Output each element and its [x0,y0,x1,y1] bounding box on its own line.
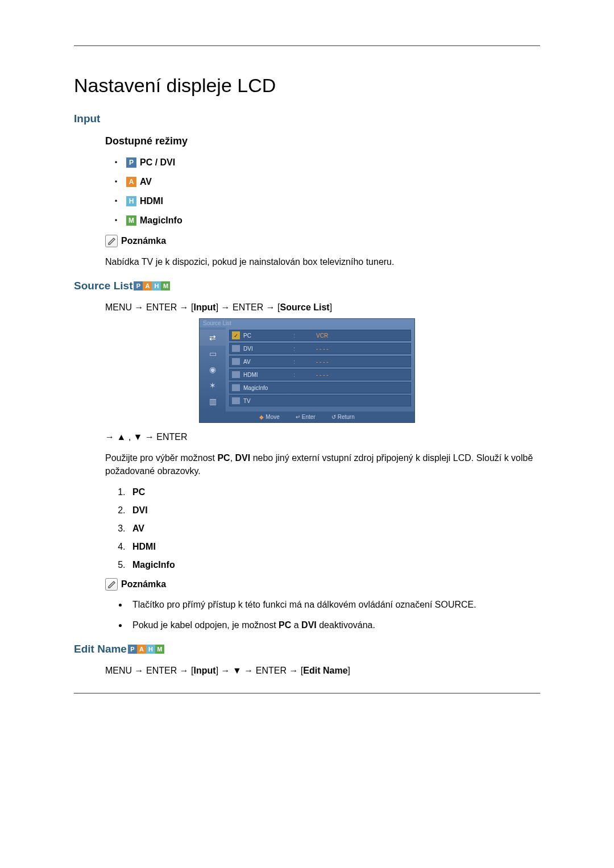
top-divider [74,45,540,46]
bullet: • [115,217,126,225]
list-item: HDMI [128,542,540,552]
bullet: • [115,178,126,186]
note-block-2: Poznámka [105,578,540,591]
osd-row-tv: TV [229,395,411,406]
mode-list: • P PC / DVI • A AV • H HDMI • M MagicIn… [115,157,540,226]
check-icon: ✓ [232,331,240,339]
osd-footer-enter: ↵Enter [296,414,316,420]
source-list-description: Použijte pro výběr možnost PC, DVI nebo … [105,451,540,477]
bullet: • [115,197,126,205]
osd-tab-picture: ▭ [200,346,226,362]
mode-item-av: • A AV [115,177,540,187]
edit-name-heading: Edit Name P A H M [74,643,540,655]
osd-footer: ◆Move ↵Enter ↺Return [200,412,414,422]
osd-sidebar: ⇄ ▭ ◉ ✶ ▥ [200,327,226,412]
m-icon: M [155,645,164,654]
h-icon: H [126,196,136,206]
row-box-icon [232,397,240,404]
row-box-icon [232,384,240,391]
input-heading: Input [74,113,540,125]
note-label-row: Poznámka [105,235,540,247]
m-icon: M [161,281,170,290]
osd-footer-move: ◆Move [259,414,279,420]
osd-row-hdmi: HDMI : - - - - [229,369,411,380]
mode-item-pc: • P PC / DVI [115,157,540,168]
heading-icon-group: P A H M [134,281,170,290]
page-title: Nastavení displeje LCD [74,74,540,97]
mode-item-magicinfo: • M MagicInfo [115,215,540,226]
mode-label: HDMI [140,196,163,206]
osd-row-magicinfo: MagicInfo [229,382,411,393]
osd-tab-setup: ✶ [200,377,226,393]
osd-row-dvi: DVI : - - - - [229,343,411,354]
list-item: DVI [128,505,540,516]
a-icon: A [126,177,136,187]
note-icon [105,578,118,591]
row-box-icon [232,345,240,352]
a-icon: A [143,281,152,290]
bottom-divider [74,693,540,693]
h-icon: H [152,281,161,290]
osd-tab-multi: ▥ [200,393,226,409]
heading-icon-group: P A H M [128,645,164,654]
note-label-text: Poznámka [121,579,166,589]
row-box-icon [232,358,240,365]
list-item: Pokud je kabel odpojen, je možnost PC a … [128,619,540,632]
arrow-nav: → ▲ , ▼ → ENTER [105,432,540,442]
p-icon: P [126,157,136,168]
mode-label: MagicInfo [140,215,182,226]
note-text: Nabídka TV je k dispozici, pokud je nain… [105,255,540,268]
note-icon [105,235,118,247]
menu-path: MENU → ENTER → [Input] → ENTER → [Source… [105,302,540,313]
mode-label: PC / DVI [140,157,175,168]
modes-heading: Dostupné režimy [105,135,540,147]
osd-footer-return: ↺Return [331,414,355,420]
note-block: Poznámka [105,235,540,247]
osd-body: ⇄ ▭ ◉ ✶ ▥ ✓ PC : VCR DVI : - - - - AV : [200,327,414,412]
osd-title: Source List [200,319,414,327]
osd-tab-input: ⇄ [200,330,226,346]
list-item: MagicInfo [128,560,540,570]
note-label-text: Poznámka [121,236,166,246]
osd-tab-sound: ◉ [200,362,226,377]
a-icon: A [137,645,146,654]
bullet: • [115,159,126,167]
note-label-row: Poznámka [105,578,540,591]
source-list-heading-text: Source List [74,280,132,292]
p-icon: P [128,645,137,654]
source-numbered-list: PC DVI AV HDMI MagicInfo [128,487,540,570]
osd-screenshot: Source List ⇄ ▭ ◉ ✶ ▥ ✓ PC : VCR DVI : -… [199,318,415,423]
note-bullets: Tlačítko pro přímý přístup k této funkci… [128,599,540,632]
osd-row-pc: ✓ PC : VCR [229,330,411,341]
p-icon: P [134,281,143,290]
m-icon: M [126,215,136,226]
row-box-icon [232,371,240,378]
edit-name-heading-text: Edit Name [74,643,127,655]
osd-main: ✓ PC : VCR DVI : - - - - AV : - - - - HD… [226,327,414,412]
edit-name-menu-path: MENU → ENTER → [Input] → ▼ → ENTER → [Ed… [105,666,540,676]
list-item: AV [128,524,540,534]
list-item: PC [128,487,540,497]
mode-label: AV [140,177,152,187]
list-item: Tlačítko pro přímý přístup k této funkci… [128,599,540,611]
mode-item-hdmi: • H HDMI [115,196,540,206]
osd-row-av: AV : - - - - [229,356,411,367]
h-icon: H [146,645,155,654]
source-list-heading: Source List P A H M [74,280,540,292]
